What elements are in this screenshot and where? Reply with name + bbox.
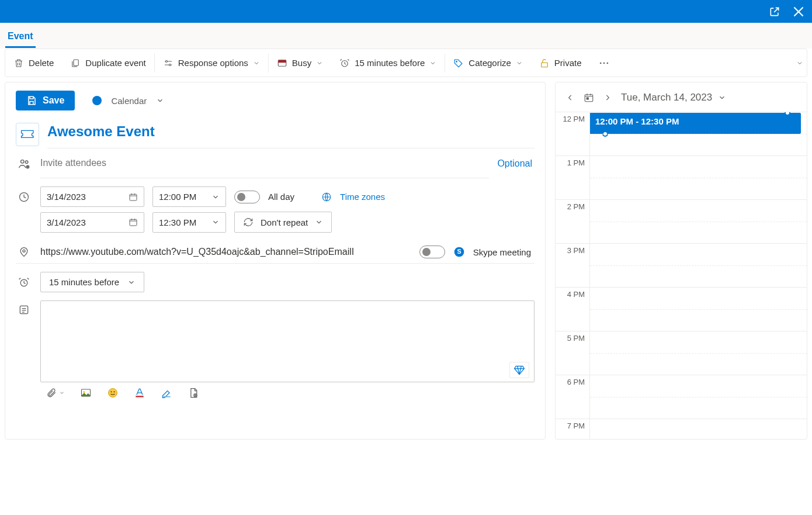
response-options-button[interactable]: Response options <box>155 49 268 77</box>
categorize-label: Categorize <box>469 58 511 68</box>
insert-button[interactable] <box>188 387 199 399</box>
hour-row: 5 PM <box>556 331 807 375</box>
close-icon[interactable] <box>791 4 806 19</box>
event-title-input[interactable] <box>47 120 535 148</box>
svg-text:S: S <box>457 248 461 255</box>
reminder-button[interactable]: 15 minutes before <box>331 49 445 77</box>
svg-rect-15 <box>130 194 137 201</box>
preview-date[interactable]: Tue, March 14, 2023 <box>621 92 726 103</box>
private-label: Private <box>554 58 582 68</box>
popout-icon[interactable] <box>769 6 780 18</box>
end-time-input[interactable]: 12:30 PM <box>152 212 226 233</box>
duplicate-button[interactable]: Duplicate event <box>62 49 154 77</box>
repeat-selector[interactable]: Don't repeat <box>234 212 332 233</box>
attendees-icon <box>16 157 32 170</box>
today-button[interactable] <box>584 92 594 103</box>
hour-row: 7 PM <box>556 419 807 439</box>
tab-event[interactable]: Event <box>5 25 36 48</box>
svg-point-9 <box>603 62 605 64</box>
insert-image-button[interactable] <box>80 388 92 398</box>
timezones-link[interactable]: Time zones <box>340 192 385 202</box>
pen-icon <box>161 387 172 399</box>
image-icon <box>80 388 92 398</box>
emoji-button[interactable] <box>107 387 119 399</box>
save-button[interactable]: Save <box>16 91 75 110</box>
start-date-input[interactable]: 3/14/2023 <box>40 186 144 207</box>
diamond-icon[interactable] <box>509 362 529 378</box>
svg-point-8 <box>599 62 601 64</box>
hour-row: 4 PM <box>556 288 807 331</box>
highlight-button[interactable] <box>161 387 172 399</box>
repeat-value: Don't repeat <box>261 217 308 227</box>
start-time-input[interactable]: 12:00 PM <box>152 186 226 207</box>
calendar-icon <box>129 217 138 227</box>
prev-day-button[interactable] <box>566 94 574 102</box>
svg-rect-31 <box>585 95 593 102</box>
attendees-input[interactable] <box>40 148 489 178</box>
hour-row: 3 PM <box>556 244 807 288</box>
next-day-button[interactable] <box>603 94 612 102</box>
toolbar-expand-button[interactable] <box>793 49 807 77</box>
ribbon-tabbar: Event <box>0 23 812 49</box>
chevron-down-icon <box>211 193 220 201</box>
save-icon <box>26 95 37 106</box>
busy-button[interactable]: Busy <box>269 49 331 77</box>
location-icon <box>16 246 32 258</box>
svg-point-24 <box>84 391 85 393</box>
hour-label: 4 PM <box>556 288 589 331</box>
calendar-icon <box>129 192 138 202</box>
hour-label: 7 PM <box>556 419 589 439</box>
event-icon <box>16 123 39 146</box>
chevron-down-icon <box>59 390 65 396</box>
format-toolbar <box>40 382 535 403</box>
calendar-selector[interactable]: Calendar <box>92 96 164 106</box>
svg-rect-32 <box>587 98 588 99</box>
svg-point-18 <box>23 250 25 252</box>
duplicate-label: Duplicate event <box>85 58 145 68</box>
optional-link[interactable]: Optional <box>497 158 535 169</box>
svg-point-10 <box>606 62 608 64</box>
svg-point-25 <box>109 389 117 398</box>
svg-point-1 <box>165 60 167 62</box>
attach-button[interactable] <box>46 388 65 398</box>
hour-label: 1 PM <box>556 156 589 199</box>
globe-icon <box>321 192 332 202</box>
clock-icon <box>16 191 32 203</box>
alarm-icon <box>339 58 350 68</box>
allday-toggle[interactable] <box>234 191 260 203</box>
svg-point-27 <box>114 391 115 392</box>
day-grid[interactable]: 12:00 PM - 12:30 PM 12 PM 1 PM 2 PM 3 PM… <box>556 112 807 439</box>
skype-icon: S <box>453 246 465 258</box>
reminder-row-icon <box>16 276 32 288</box>
start-time-value: 12:00 PM <box>159 192 196 202</box>
document-icon <box>188 387 199 399</box>
font-color-button[interactable] <box>134 387 145 399</box>
chevron-down-icon <box>315 218 323 226</box>
categorize-button[interactable]: Categorize <box>445 49 531 77</box>
end-date-input[interactable]: 3/14/2023 <box>40 212 144 233</box>
save-label: Save <box>43 95 64 106</box>
reminder-value: 15 minutes before <box>49 277 119 287</box>
location-input[interactable] <box>40 241 411 263</box>
skype-toggle[interactable] <box>419 246 445 258</box>
delete-button[interactable]: Delete <box>5 49 62 77</box>
lock-open-icon <box>539 58 550 68</box>
hour-label: 3 PM <box>556 244 589 287</box>
ellipsis-icon <box>598 57 610 69</box>
svg-rect-29 <box>162 396 170 398</box>
calendar-color-dot <box>92 96 102 105</box>
svg-rect-7 <box>542 63 548 67</box>
description-icon <box>16 300 32 316</box>
private-button[interactable]: Private <box>531 49 590 77</box>
hour-row: 1 PM <box>556 156 807 200</box>
description-editor[interactable] <box>40 300 535 382</box>
tag-icon <box>453 58 464 68</box>
chevron-down-icon <box>316 60 323 67</box>
chevron-down-icon <box>253 60 260 67</box>
reminder-selector[interactable]: 15 minutes before <box>40 272 144 292</box>
svg-rect-0 <box>74 60 78 66</box>
more-button[interactable] <box>590 49 618 77</box>
chevron-down-icon <box>211 218 220 226</box>
hour-label: 12 PM <box>556 112 589 155</box>
hour-label: 5 PM <box>556 331 589 375</box>
